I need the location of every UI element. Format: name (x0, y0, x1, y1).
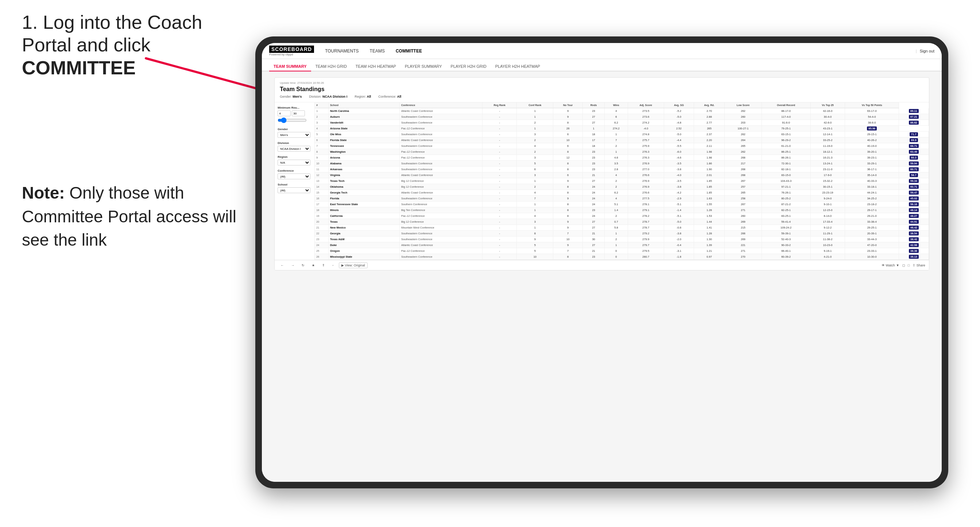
table-cell-12-15: 59.34 (899, 178, 929, 184)
table-cell-5-13: 33-25-2 (810, 137, 845, 143)
sub-nav-player-h2h-grid[interactable]: PLAYER H2H GRID (446, 62, 491, 71)
table-cell-25-2: Southeastern Conference (399, 254, 482, 260)
col-no-tour: No Tour (553, 102, 582, 108)
table-cell-0-4: 1 (517, 108, 553, 114)
col-rnds: Rnds (582, 102, 605, 108)
min-rounds-input[interactable] (278, 110, 291, 116)
table-cell-1-11: 260 (725, 114, 762, 120)
toolbar-clock[interactable]: ◦ (330, 263, 336, 268)
table-cell-8-6: 23 (582, 155, 605, 161)
table-cell-18-10: 1.53 (694, 213, 725, 219)
table-cell-3-13: 43-23-1 (810, 126, 845, 132)
toolbar-forward[interactable]: → (289, 263, 296, 268)
table-cell-9-10: 1.86 (694, 161, 725, 167)
toolbar-refresh[interactable]: ↻ (299, 263, 307, 268)
table-cell-8-8: 276.3 (628, 155, 664, 161)
table-cell-18-11: 260 (725, 213, 762, 219)
sub-nav-player-summary[interactable]: PLAYER SUMMARY (401, 62, 446, 71)
sub-nav-team-h2h-heatmap[interactable]: TEAM H2H HEATMAP (351, 62, 401, 71)
max-rounds-input[interactable] (292, 110, 305, 116)
table-cell-6-4: 4 (517, 143, 553, 149)
table-cell-15-7: 4 (605, 196, 628, 202)
table-cell-19-4: 3 (517, 219, 553, 225)
table-row: 25OregonPac-12 Conference-57210279.5-3.1… (315, 248, 929, 254)
table-cell-18-2: Pac-12 Conference (399, 213, 482, 219)
rounds-slider[interactable] (278, 117, 307, 123)
watch-btn[interactable]: 👁 Watch ▼ (881, 264, 899, 267)
nav-committee[interactable]: COMMITTEE (396, 47, 422, 55)
conference-select[interactable]: (All) SEC ACC Big 12 Pac-12 (278, 173, 310, 179)
toolbar-back[interactable]: ← (278, 263, 286, 268)
table-cell-4-7: 1 (605, 132, 628, 137)
table-cell-1-1: Auburn (328, 114, 399, 120)
table-cell-8-3: - (482, 155, 517, 161)
table-cell-9-14: 33-29-1 (845, 161, 899, 167)
main-content: Update time: 27/03/2024 16:56:26 Team St… (262, 71, 942, 482)
table-cell-7-6: 23 (582, 149, 605, 155)
table-row: 1North CarolinaAtlantic Coast Conference… (315, 108, 929, 114)
table-cell-15-10: 1.63 (694, 196, 725, 202)
table-cell-3-11: 100-27-1 (725, 126, 762, 132)
filter-gender: Gender: Men's (280, 95, 302, 98)
table-cell-8-0: 9 (315, 155, 328, 161)
gender-select[interactable]: Men's Women's (278, 132, 310, 138)
table-cell-16-5: 8 (553, 202, 582, 207)
sub-nav-player-h2h-heatmap[interactable]: PLAYER H2H HEATMAP (491, 62, 544, 71)
table-cell-22-5: 10 (553, 237, 582, 242)
bottom-toolbar: ← → ↻ ★ ⇑ ◦ ▶ View: Original (275, 260, 929, 270)
table-cell-4-14: 29-15-1 (845, 132, 899, 137)
toolbar-icon1[interactable]: ◻ (902, 264, 905, 267)
sign-out-link[interactable]: Sign out (920, 49, 934, 53)
sub-nav-team-summary[interactable]: TEAM SUMMARY (269, 62, 311, 71)
table-cell-19-13: 17-33-4 (810, 219, 845, 225)
table-cell-21-6: 21 (582, 231, 605, 237)
table-cell-9-12: 72-30-1 (762, 161, 810, 167)
table-cell-23-8: 279.7 (628, 242, 664, 248)
table-cell-9-8: 276.9 (628, 161, 664, 167)
division-select[interactable]: NCAA Division I NCAA Division II NCAA Di… (278, 146, 310, 152)
toolbar-bookmark[interactable]: ★ (310, 263, 317, 268)
table-cell-23-12: 90-33-2 (762, 242, 810, 248)
table-cell-20-9: -0.8 (664, 225, 694, 231)
table-cell-6-12: 61-21-0 (762, 143, 810, 149)
table-cell-12-3: - (482, 178, 517, 184)
table-header-row: # School Conference Reg Rank Conf Rank N… (315, 102, 929, 108)
table-cell-17-6: 23 (582, 207, 605, 213)
table-cell-0-6: 23 (582, 108, 605, 114)
table-cell-12-9: -3.5 (664, 178, 694, 184)
table-cell-12-14: 40-33-3 (845, 178, 899, 184)
card-title: Team Standings (280, 86, 401, 92)
table-cell-4-13: 12-14-1 (810, 132, 845, 137)
table-cell-24-2: Pac-12 Conference (399, 248, 482, 254)
table-row: 22GeorgiaSoutheastern Conference-8721127… (315, 231, 929, 237)
region-select[interactable]: N/A All (278, 160, 310, 165)
share-btn[interactable]: ⇧ Share (913, 264, 925, 267)
view-original-btn[interactable]: ▶ View: Original (339, 262, 368, 268)
toolbar-icon2[interactable]: □ (908, 264, 910, 267)
toolbar-share-small[interactable]: ⇑ (320, 263, 327, 268)
table-cell-18-9: -5.1 (664, 213, 694, 219)
col-conference: Conference (399, 102, 482, 108)
table-cell-6-0: 7 (315, 143, 328, 149)
table-cell-22-6: 30 (582, 237, 605, 242)
table-cell-15-15: 45.02 (899, 196, 929, 202)
table-cell-18-1: California (328, 213, 399, 219)
table-cell-24-15: 38.38 (899, 248, 929, 254)
nav-tournaments[interactable]: TOURNAMENTS (325, 47, 358, 55)
table-cell-11-5: 6 (553, 172, 582, 178)
table-cell-13-12: 97-21-1 (762, 184, 810, 190)
table-cell-15-14: 34-25-2 (845, 196, 899, 202)
table-cell-16-3: - (482, 202, 517, 207)
sub-nav-team-h2h-grid[interactable]: TEAM H2H GRID (311, 62, 351, 71)
table-row: 26Mississippi StateSoutheastern Conferen… (315, 254, 929, 260)
filter-division: Division: NCAA Division I (309, 95, 348, 98)
table-cell-16-12: 87-21-2 (762, 202, 810, 207)
table-cell-14-13: 23-23-19 (810, 190, 845, 196)
table-cell-7-11: 262 (725, 149, 762, 155)
table-cell-12-10: 1.85 (694, 178, 725, 184)
eye-icon: 👁 (881, 264, 885, 267)
table-cell-6-15: 68.71 (899, 143, 929, 149)
school-select[interactable]: (All) (278, 187, 310, 193)
table-cell-25-1: Mississippi State (328, 254, 399, 260)
nav-teams[interactable]: TEAMS (370, 47, 385, 55)
